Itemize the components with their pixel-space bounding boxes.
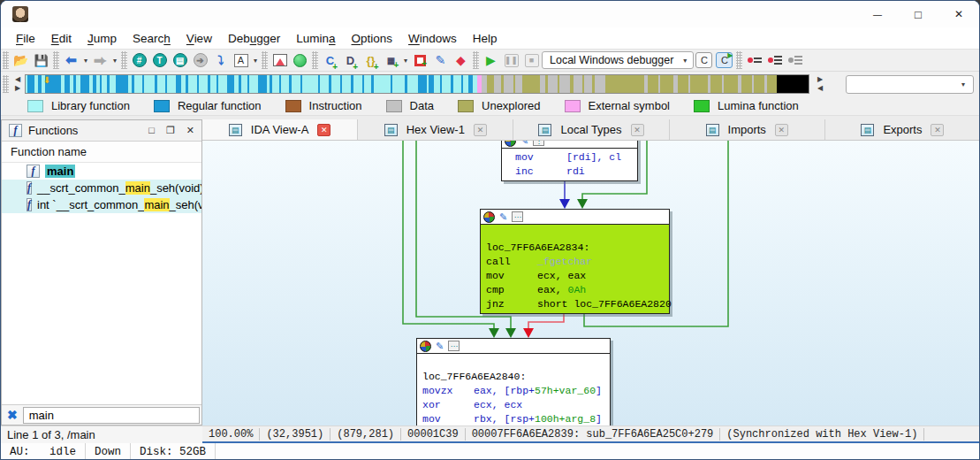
band-scroll-right-icon[interactable]: ▶ [11, 85, 25, 92]
tab-hex-view-1[interactable]: ▤Hex View-1✕ [358, 119, 513, 140]
toolbar-grip[interactable] [473, 51, 479, 69]
menu-item-debugger[interactable]: Debugger [220, 30, 288, 47]
menu-item-search[interactable]: Search [125, 30, 179, 47]
basic-block-next[interactable]: ✎ ⋯ loc_7FF6A6EA2840:movzxeax, [rbp+57h+… [416, 338, 611, 426]
color-wheel-icon[interactable] [420, 341, 431, 352]
create-function-icon[interactable]: C [321, 51, 339, 70]
attach-process-icon[interactable]: C [695, 51, 713, 70]
navigate-back-icon[interactable]: ⬅ [62, 51, 80, 70]
band-scroll-left2-icon[interactable]: ◀ [813, 85, 827, 92]
debugger-pause-icon[interactable]: ❚❚ [502, 51, 520, 70]
basic-block-top[interactable]: ✎ ⋮ mov[rdi], clincrdi [501, 141, 638, 181]
color-wheel-icon[interactable] [505, 141, 516, 147]
band-segment [197, 75, 199, 93]
function-row[interactable]: fint `__scrt_common_main_seh(vo [2, 196, 201, 213]
graph-overview-icon[interactable] [270, 51, 289, 70]
basic-block-current[interactable]: ✎ ⋯ loc_7FF6A6EA2834:call_fgetcharmovecx… [480, 209, 670, 314]
save-icon[interactable]: 💾 [32, 51, 50, 70]
menu-item-help[interactable]: Help [465, 30, 505, 47]
toolbar-grip[interactable] [262, 51, 268, 69]
menu-item-edit[interactable]: Edit [43, 30, 80, 47]
band-segment [429, 75, 434, 93]
add-breakpoint-icon[interactable] [765, 51, 784, 70]
band-segment [477, 75, 482, 93]
toolbar-grip[interactable] [121, 51, 127, 69]
segments-icon[interactable]: ➔ [191, 51, 209, 70]
edit-block-icon[interactable]: ✎ [436, 341, 444, 352]
menu-item-lumina[interactable]: Lumina [288, 30, 343, 47]
panel-float-icon[interactable]: ❐ [166, 125, 175, 136]
tab-close-icon[interactable]: ✕ [631, 124, 644, 136]
legend-label: Library function [51, 99, 130, 112]
tab-exports[interactable]: ▤Exports✕ [825, 119, 980, 140]
clear-search-icon[interactable]: ✖ [7, 408, 18, 422]
legend-swatch [386, 100, 402, 112]
lumina-icon[interactable] [291, 51, 309, 70]
color-wheel-icon[interactable] [483, 211, 495, 223]
rename-dropdown-icon[interactable]: ▾ [251, 57, 260, 65]
tab-imports[interactable]: ▤Imports✕ [670, 119, 825, 140]
function-row[interactable]: fmain [2, 163, 201, 180]
exports-icon: ▤ [861, 124, 874, 136]
toolbar-grip[interactable] [53, 51, 59, 69]
band-combo[interactable]: ▾ [846, 75, 974, 94]
graph-view[interactable]: ✎ ⋮ mov[rdi], clincrdi ✎ ⋯ loc_7FF6A6EA2… [202, 141, 980, 426]
menu-item-windows[interactable]: Windows [400, 30, 465, 47]
breakpoint-list-icon[interactable] [745, 51, 763, 70]
minimize-button[interactable] [857, 1, 898, 27]
create-array-icon[interactable]: ▦ [382, 51, 400, 70]
create-struct-icon[interactable]: {} [361, 51, 380, 70]
debugger-start-icon[interactable]: ▶ [482, 51, 500, 70]
maximize-button[interactable] [898, 1, 938, 27]
group-nodes-icon[interactable]: ⋯ [512, 211, 523, 222]
debugger-select[interactable]: Local Windows debugger ▾ [542, 51, 694, 69]
jump-address-icon[interactable]: ⤵ [211, 51, 230, 70]
forward-dropdown-icon[interactable]: ▾ [110, 57, 119, 65]
band-scroll-left-icon[interactable]: ◀ [11, 76, 25, 83]
legend-swatch [27, 100, 43, 112]
tab-local-types[interactable]: ▤Local Types✕ [513, 119, 669, 140]
tab-close-icon[interactable]: ✕ [775, 124, 788, 136]
back-dropdown-icon[interactable]: ▾ [81, 57, 90, 65]
group-nodes-icon[interactable]: ⋮ [533, 141, 544, 146]
navigation-band[interactable]: ⬇ [25, 74, 809, 94]
tab-close-icon[interactable]: ✕ [317, 124, 330, 136]
menu-item-file[interactable]: File [8, 30, 43, 47]
navigate-forward-icon[interactable]: ⮕ [91, 51, 110, 70]
toolbar-grip[interactable] [312, 51, 318, 69]
function-name-header[interactable]: Function name [2, 142, 201, 163]
patch-icon[interactable]: ✎ [431, 51, 450, 70]
array-dropdown-icon[interactable]: ▾ [401, 57, 410, 65]
tab-close-icon[interactable]: ✕ [474, 124, 487, 136]
panel-maximize-icon[interactable]: □ [148, 125, 155, 136]
continue-process-icon[interactable]: C▶ [715, 51, 733, 70]
disable-breakpoint-icon[interactable] [786, 51, 804, 70]
band-scroll-right2-icon[interactable]: ▶ [813, 76, 827, 83]
menu-item-jump[interactable]: Jump [80, 30, 125, 47]
debugger-stop-icon[interactable]: ■ [522, 51, 541, 70]
functions-window-icon[interactable]: # [130, 51, 148, 70]
undefine-icon[interactable]: ◆ [452, 51, 470, 70]
create-data-icon[interactable]: D [341, 51, 360, 70]
band-segment [227, 75, 234, 93]
panel-close-icon[interactable]: ✕ [186, 125, 194, 136]
tab-close-icon[interactable]: ✕ [931, 124, 944, 136]
close-button[interactable] [938, 1, 979, 27]
edit-block-icon[interactable]: ✎ [499, 211, 507, 223]
toolbar-grip[interactable] [736, 51, 742, 69]
function-search-input[interactable] [23, 407, 200, 424]
band-segment [468, 75, 473, 93]
create-segment-icon[interactable] [411, 51, 429, 70]
tab-ida-view-a[interactable]: ▤IDA View-A✕ [202, 119, 358, 140]
band-grip[interactable] [3, 75, 9, 93]
group-nodes-icon[interactable]: ⋯ [448, 341, 460, 351]
menu-item-view[interactable]: View [179, 30, 220, 47]
open-file-icon[interactable]: 📂 [11, 51, 30, 70]
text-view-icon[interactable]: T [150, 51, 169, 70]
toolbar-grip[interactable] [3, 51, 9, 69]
strings-window-icon[interactable]: ▤ [171, 51, 189, 70]
menu-item-options[interactable]: Options [344, 30, 401, 47]
rename-icon[interactable]: A [232, 51, 250, 70]
edit-block-icon[interactable]: ✎ [520, 141, 528, 147]
function-row[interactable]: f__scrt_common_main_seh(void) [2, 180, 201, 196]
